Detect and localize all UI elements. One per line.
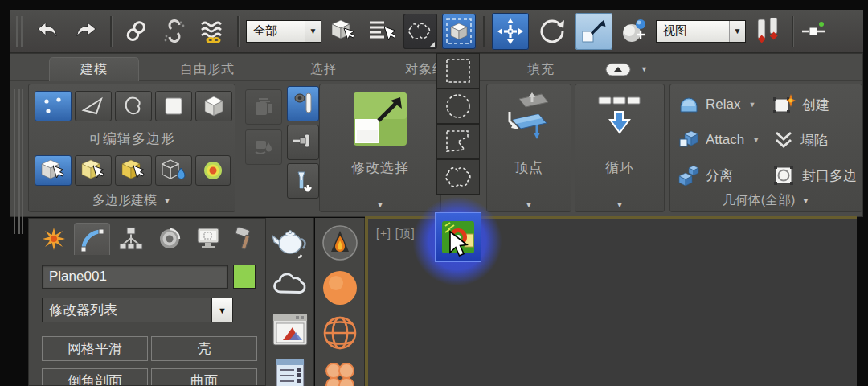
selection-filter-value: 全部 — [247, 23, 305, 39]
object-color-swatch[interactable] — [233, 265, 256, 289]
vertex-constraint-button[interactable] — [503, 92, 555, 142]
expand-caret-icon: ▼ — [801, 196, 809, 205]
collapse-button[interactable]: 塌陷 — [773, 129, 828, 150]
object-name-field[interactable]: Plane001 — [42, 265, 228, 289]
lock-soft-selection-button[interactable] — [287, 125, 319, 160]
reference-coordinate-value: 视图 — [657, 23, 729, 39]
tab-hierarchy[interactable] — [113, 223, 149, 255]
tab-selection[interactable]: 选择 — [268, 57, 380, 81]
window-crossing-toggle[interactable] — [442, 14, 476, 49]
ribbon-drag-handle[interactable] — [14, 89, 23, 234]
tab-modify[interactable] — [74, 223, 110, 255]
shell-button[interactable]: 壳 — [151, 336, 257, 361]
unlink-button[interactable] — [158, 14, 191, 49]
meshsmooth-button[interactable]: 网格平滑 — [42, 336, 148, 361]
app-window: 全部 ▼ — [0, 0, 868, 386]
polygon-mode-button[interactable] — [155, 91, 192, 121]
cap-poly-button[interactable]: 封口多边 — [773, 165, 857, 186]
edge-mode-button[interactable] — [75, 91, 112, 121]
viewport-label[interactable]: [+] [顶] — [376, 227, 416, 241]
tab-populate[interactable]: 填充 — [489, 57, 593, 81]
border-mode-button[interactable] — [115, 91, 152, 121]
dropdown-arrow-icon: ▼ — [729, 21, 745, 42]
render-window-button[interactable] — [272, 313, 309, 347]
fence-region-option[interactable] — [436, 124, 480, 159]
disabled-tool-button-2[interactable] — [245, 129, 282, 165]
attach-dropdown-caret[interactable]: ▼ — [752, 136, 760, 144]
undo-button[interactable] — [31, 14, 64, 49]
select-and-link-button[interactable] — [119, 14, 153, 49]
globe-button[interactable] — [321, 314, 358, 351]
unlink-icon — [163, 19, 186, 43]
snap-toggle-button[interactable] — [800, 14, 825, 49]
rectangular-region-option[interactable] — [436, 53, 480, 88]
detach-button[interactable]: 分离 — [678, 165, 733, 186]
yellow-cube-cursor-icon — [80, 158, 106, 183]
preview-off-button[interactable] — [115, 155, 152, 186]
rotate-icon — [538, 17, 567, 46]
reference-coordinate-dropdown[interactable]: 视图 ▼ — [656, 20, 746, 43]
vertex-mode-button[interactable] — [35, 91, 72, 121]
disabled-tool-button-1[interactable] — [245, 89, 282, 125]
loop-tool-button[interactable] — [594, 94, 645, 141]
ribbon-options-caret[interactable]: ▼ — [637, 57, 652, 81]
select-by-name-button[interactable] — [365, 14, 399, 49]
relax-dropdown-caret[interactable]: ▼ — [748, 101, 755, 109]
preview-multi-button[interactable] — [75, 155, 112, 186]
tab-modeling[interactable]: 建模 — [49, 57, 139, 81]
element-mode-button[interactable] — [195, 91, 232, 121]
metaball-button[interactable] — [321, 359, 358, 386]
snap-icon — [800, 19, 825, 43]
polygon-modeling-title[interactable]: 多边形建模 ▼ — [29, 191, 235, 210]
select-and-manipulate-button[interactable] — [617, 14, 651, 49]
toolbar-drag-handle[interactable] — [16, 16, 23, 47]
vertex-planes-icon — [503, 92, 555, 142]
selection-filter-dropdown[interactable]: 全部 ▼ — [246, 20, 321, 43]
subobject-pick-button[interactable] — [155, 155, 192, 186]
select-object-button[interactable] — [326, 14, 360, 49]
bind-to-space-warp-button[interactable] — [196, 14, 230, 49]
loops-expand[interactable]: ▼ — [575, 200, 664, 209]
use-pivot-point-center-button[interactable] — [751, 14, 784, 49]
create-button[interactable]: 创建 — [773, 94, 829, 115]
grow-selection-button[interactable] — [352, 91, 408, 147]
motion-tab-icon — [158, 227, 182, 251]
loops-label: 循环 — [575, 158, 664, 177]
use-soft-selection-button[interactable] — [287, 86, 319, 121]
rectangular-region-icon — [444, 56, 473, 85]
relax-button[interactable]: Relax ▼ — [678, 94, 755, 115]
vertical-toolbar-right — [315, 218, 365, 386]
select-and-scale-button[interactable] — [575, 13, 612, 50]
redo-button[interactable] — [69, 14, 103, 49]
stack-icon — [252, 96, 275, 118]
detach-icon — [678, 165, 699, 186]
minimize-ribbon-button[interactable] — [604, 57, 633, 81]
tab-create[interactable] — [35, 223, 72, 255]
tab-motion[interactable] — [151, 223, 187, 255]
cloud-button[interactable] — [271, 268, 309, 300]
geometry-title[interactable]: 几何体(全部) ▼ — [670, 191, 862, 210]
modifier-list-dropdown[interactable]: 修改器列表 ▼ — [42, 298, 233, 322]
selection-region-button[interactable] — [403, 14, 437, 49]
teapot-render-button[interactable] — [271, 224, 309, 260]
preview-subobject-button[interactable] — [35, 155, 72, 186]
select-and-move-button[interactable] — [492, 13, 529, 50]
tab-freeform[interactable]: 自由形式 — [147, 57, 268, 81]
modify-selection-expand[interactable]: ▼ — [320, 200, 440, 209]
orange-sphere-button[interactable] — [321, 269, 358, 306]
attach-button[interactable]: Attach ▼ — [678, 129, 760, 150]
tab-utilities[interactable] — [227, 223, 263, 255]
settings-panel-button[interactable] — [273, 358, 307, 386]
surface-button[interactable]: 曲面 — [151, 368, 257, 386]
loops-icon — [594, 94, 645, 141]
bevel-profile-button[interactable]: 倒角剖面 — [42, 368, 148, 386]
tab-display[interactable] — [190, 223, 226, 255]
lasso-region-option[interactable] — [436, 159, 480, 195]
soft-selection-dot-button[interactable] — [195, 155, 231, 186]
select-and-rotate-button[interactable] — [534, 13, 571, 50]
campfire-button[interactable] — [321, 224, 358, 261]
vertex-expand[interactable]: ▼ — [487, 200, 571, 209]
circular-region-option[interactable] — [436, 88, 480, 124]
paint-soft-selection-button[interactable] — [287, 163, 319, 199]
modifier-list-arrow[interactable]: ▼ — [211, 298, 232, 322]
